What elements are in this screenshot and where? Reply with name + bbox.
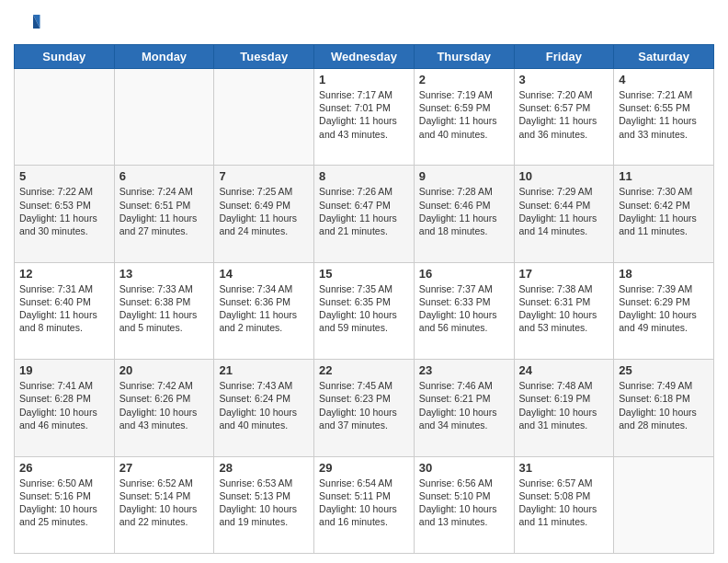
day-number: 5 bbox=[19, 169, 109, 183]
calendar-cell-3-2: 21Sunrise: 7:43 AM Sunset: 6:24 PM Dayli… bbox=[214, 360, 314, 456]
day-number: 6 bbox=[119, 169, 210, 183]
day-number: 7 bbox=[219, 169, 309, 183]
day-info: Sunrise: 7:24 AM Sunset: 6:51 PM Dayligh… bbox=[119, 185, 210, 237]
day-info: Sunrise: 7:21 AM Sunset: 6:55 PM Dayligh… bbox=[619, 88, 709, 141]
calendar-cell-0-6: 4Sunrise: 7:21 AM Sunset: 6:55 PM Daylig… bbox=[614, 69, 714, 166]
day-number: 26 bbox=[19, 461, 109, 475]
calendar-cell-1-2: 7Sunrise: 7:25 AM Sunset: 6:49 PM Daylig… bbox=[214, 166, 314, 262]
calendar-cell-4-4: 30Sunrise: 6:56 AM Sunset: 5:10 PM Dayli… bbox=[414, 456, 514, 553]
week-row-3: 19Sunrise: 7:41 AM Sunset: 6:28 PM Dayli… bbox=[15, 360, 714, 456]
day-number: 19 bbox=[19, 363, 109, 377]
day-number: 8 bbox=[319, 169, 409, 183]
day-info: Sunrise: 7:39 AM Sunset: 6:29 PM Dayligh… bbox=[619, 282, 709, 335]
day-number: 21 bbox=[219, 363, 309, 377]
day-info: Sunrise: 7:42 AM Sunset: 6:26 PM Dayligh… bbox=[119, 379, 210, 431]
day-number: 24 bbox=[519, 363, 609, 377]
week-row-4: 26Sunrise: 6:50 AM Sunset: 5:16 PM Dayli… bbox=[15, 456, 714, 553]
day-info: Sunrise: 7:29 AM Sunset: 6:44 PM Dayligh… bbox=[519, 185, 609, 237]
day-number: 3 bbox=[519, 73, 609, 86]
day-number: 27 bbox=[119, 461, 210, 475]
day-number: 4 bbox=[619, 73, 709, 86]
calendar-cell-2-2: 14Sunrise: 7:34 AM Sunset: 6:36 PM Dayli… bbox=[214, 262, 314, 359]
day-info: Sunrise: 7:26 AM Sunset: 6:47 PM Dayligh… bbox=[319, 185, 409, 237]
day-number: 14 bbox=[219, 267, 309, 281]
day-number: 12 bbox=[19, 267, 109, 281]
calendar-cell-2-5: 17Sunrise: 7:38 AM Sunset: 6:31 PM Dayli… bbox=[514, 262, 614, 359]
day-number: 2 bbox=[419, 73, 509, 86]
calendar-cell-0-2 bbox=[214, 69, 314, 166]
day-info: Sunrise: 7:37 AM Sunset: 6:33 PM Dayligh… bbox=[419, 282, 509, 335]
calendar-cell-3-4: 23Sunrise: 7:46 AM Sunset: 6:21 PM Dayli… bbox=[414, 360, 514, 456]
calendar-cell-3-0: 19Sunrise: 7:41 AM Sunset: 6:28 PM Dayli… bbox=[15, 360, 115, 456]
day-number: 29 bbox=[319, 461, 409, 475]
day-info: Sunrise: 7:49 AM Sunset: 6:18 PM Dayligh… bbox=[619, 379, 709, 431]
day-info: Sunrise: 7:41 AM Sunset: 6:28 PM Dayligh… bbox=[19, 379, 109, 431]
day-number: 18 bbox=[619, 267, 709, 281]
logo-icon bbox=[14, 9, 41, 37]
day-number: 9 bbox=[419, 169, 509, 183]
day-info: Sunrise: 6:52 AM Sunset: 5:14 PM Dayligh… bbox=[119, 477, 210, 529]
calendar-cell-0-5: 3Sunrise: 7:20 AM Sunset: 6:57 PM Daylig… bbox=[514, 69, 614, 166]
weekday-sunday: Sunday bbox=[15, 45, 115, 69]
day-info: Sunrise: 7:34 AM Sunset: 6:36 PM Dayligh… bbox=[219, 282, 309, 335]
calendar-cell-4-2: 28Sunrise: 6:53 AM Sunset: 5:13 PM Dayli… bbox=[214, 456, 314, 553]
weekday-wednesday: Wednesday bbox=[314, 45, 415, 69]
day-number: 25 bbox=[619, 363, 709, 377]
calendar-cell-4-0: 26Sunrise: 6:50 AM Sunset: 5:16 PM Dayli… bbox=[15, 456, 115, 553]
day-number: 22 bbox=[319, 363, 409, 377]
day-number: 31 bbox=[519, 461, 609, 475]
weekday-saturday: Saturday bbox=[614, 45, 714, 69]
day-info: Sunrise: 7:17 AM Sunset: 7:01 PM Dayligh… bbox=[319, 88, 409, 141]
header bbox=[14, 9, 714, 37]
calendar-cell-3-5: 24Sunrise: 7:48 AM Sunset: 6:19 PM Dayli… bbox=[514, 360, 614, 456]
day-info: Sunrise: 7:31 AM Sunset: 6:40 PM Dayligh… bbox=[19, 282, 109, 335]
day-info: Sunrise: 7:25 AM Sunset: 6:49 PM Dayligh… bbox=[219, 185, 309, 237]
day-number: 23 bbox=[419, 363, 509, 377]
weekday-friday: Friday bbox=[514, 45, 614, 69]
calendar-cell-0-1 bbox=[114, 69, 214, 166]
day-number: 17 bbox=[519, 267, 609, 281]
week-row-0: 1Sunrise: 7:17 AM Sunset: 7:01 PM Daylig… bbox=[15, 69, 714, 166]
calendar-cell-1-6: 11Sunrise: 7:30 AM Sunset: 6:42 PM Dayli… bbox=[614, 166, 714, 262]
day-number: 10 bbox=[519, 169, 609, 183]
weekday-tuesday: Tuesday bbox=[214, 45, 314, 69]
calendar-cell-4-6 bbox=[614, 456, 714, 553]
day-info: Sunrise: 7:22 AM Sunset: 6:53 PM Dayligh… bbox=[19, 185, 109, 237]
calendar-cell-4-5: 31Sunrise: 6:57 AM Sunset: 5:08 PM Dayli… bbox=[514, 456, 614, 553]
weekday-thursday: Thursday bbox=[414, 45, 514, 69]
calendar-cell-0-0 bbox=[15, 69, 115, 166]
day-info: Sunrise: 7:19 AM Sunset: 6:59 PM Dayligh… bbox=[419, 88, 509, 141]
day-info: Sunrise: 6:53 AM Sunset: 5:13 PM Dayligh… bbox=[219, 477, 309, 529]
day-number: 1 bbox=[319, 73, 409, 86]
day-info: Sunrise: 6:56 AM Sunset: 5:10 PM Dayligh… bbox=[419, 477, 509, 529]
day-number: 13 bbox=[119, 267, 210, 281]
day-info: Sunrise: 7:35 AM Sunset: 6:35 PM Dayligh… bbox=[319, 282, 409, 335]
calendar-table: SundayMondayTuesdayWednesdayThursdayFrid… bbox=[14, 44, 714, 554]
day-number: 15 bbox=[319, 267, 409, 281]
day-info: Sunrise: 7:38 AM Sunset: 6:31 PM Dayligh… bbox=[519, 282, 609, 335]
page: SundayMondayTuesdayWednesdayThursdayFrid… bbox=[0, 0, 728, 563]
day-info: Sunrise: 7:45 AM Sunset: 6:23 PM Dayligh… bbox=[319, 379, 409, 431]
calendar-cell-1-0: 5Sunrise: 7:22 AM Sunset: 6:53 PM Daylig… bbox=[15, 166, 115, 262]
calendar-cell-3-6: 25Sunrise: 7:49 AM Sunset: 6:18 PM Dayli… bbox=[614, 360, 714, 456]
weekday-monday: Monday bbox=[114, 45, 214, 69]
calendar-cell-1-4: 9Sunrise: 7:28 AM Sunset: 6:46 PM Daylig… bbox=[414, 166, 514, 262]
day-number: 20 bbox=[119, 363, 210, 377]
day-info: Sunrise: 7:20 AM Sunset: 6:57 PM Dayligh… bbox=[519, 88, 609, 141]
calendar-cell-2-3: 15Sunrise: 7:35 AM Sunset: 6:35 PM Dayli… bbox=[314, 262, 415, 359]
week-row-1: 5Sunrise: 7:22 AM Sunset: 6:53 PM Daylig… bbox=[15, 166, 714, 262]
day-info: Sunrise: 7:33 AM Sunset: 6:38 PM Dayligh… bbox=[119, 282, 210, 335]
day-number: 30 bbox=[419, 461, 509, 475]
calendar-cell-2-1: 13Sunrise: 7:33 AM Sunset: 6:38 PM Dayli… bbox=[114, 262, 214, 359]
calendar-cell-1-1: 6Sunrise: 7:24 AM Sunset: 6:51 PM Daylig… bbox=[114, 166, 214, 262]
day-number: 11 bbox=[619, 169, 709, 183]
week-row-2: 12Sunrise: 7:31 AM Sunset: 6:40 PM Dayli… bbox=[15, 262, 714, 359]
calendar-cell-4-3: 29Sunrise: 6:54 AM Sunset: 5:11 PM Dayli… bbox=[314, 456, 415, 553]
day-info: Sunrise: 7:43 AM Sunset: 6:24 PM Dayligh… bbox=[219, 379, 309, 431]
calendar-cell-1-5: 10Sunrise: 7:29 AM Sunset: 6:44 PM Dayli… bbox=[514, 166, 614, 262]
day-info: Sunrise: 6:57 AM Sunset: 5:08 PM Dayligh… bbox=[519, 477, 609, 529]
day-number: 28 bbox=[219, 461, 309, 475]
day-number: 16 bbox=[419, 267, 509, 281]
day-info: Sunrise: 7:48 AM Sunset: 6:19 PM Dayligh… bbox=[519, 379, 609, 431]
calendar-cell-1-3: 8Sunrise: 7:26 AM Sunset: 6:47 PM Daylig… bbox=[314, 166, 415, 262]
